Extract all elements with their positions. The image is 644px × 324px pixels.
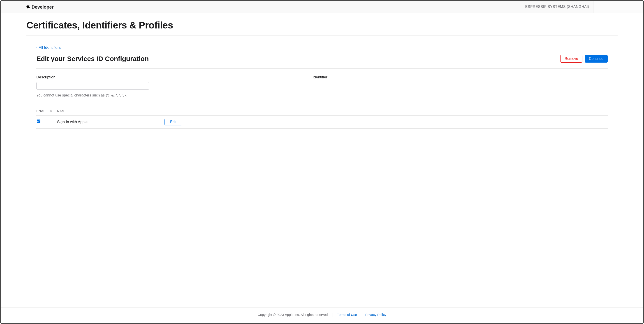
account-name[interactable]: ESPRESSIF SYSTEMS (SHANGHAI) [521,4,593,9]
brand-text: Developer [32,4,54,10]
footer-terms-link[interactable]: Terms of Use [337,312,357,317]
column-header-name: NAME [57,109,608,113]
identifier-label: Identifier [313,75,608,80]
capability-row: Sign In with Apple Edit [36,116,608,128]
top-bar: Developer ESPRESSIF SYSTEMS (SHANGHAI) [1,1,643,13]
remove-button[interactable]: Remove [560,55,582,63]
description-label: Description [36,75,299,80]
edit-capability-button[interactable]: Edit [164,119,182,125]
continue-button[interactable]: Continue [585,55,608,63]
description-hint: You cannot use special characters such a… [36,93,299,98]
page-title: Certificates, Identifiers & Profiles [26,19,618,36]
section-title: Edit your Services ID Configuration [36,54,149,64]
footer-copyright: Copyright © 2023 Apple Inc. All rights r… [258,312,329,317]
account-area: ESPRESSIF SYSTEMS (SHANGHAI) [521,1,643,13]
footer-privacy-link[interactable]: Privacy Policy [365,312,386,317]
back-link-label: All Identifiers [39,45,61,50]
brand[interactable]: Developer [26,4,54,10]
footer: Copyright © 2023 Apple Inc. All rights r… [1,307,643,323]
account-menu-placeholder[interactable] [593,1,643,13]
footer-separator [332,313,333,317]
chevron-left-icon: ‹ [36,45,38,50]
column-header-enabled: ENABLED [36,109,57,113]
description-input[interactable] [36,82,149,90]
footer-separator [361,313,361,317]
apple-logo-icon [26,5,30,9]
capability-checkbox[interactable] [37,119,40,123]
capability-name: Sign In with Apple [57,119,608,125]
back-link-all-identifiers[interactable]: ‹ All Identifiers [36,45,61,50]
